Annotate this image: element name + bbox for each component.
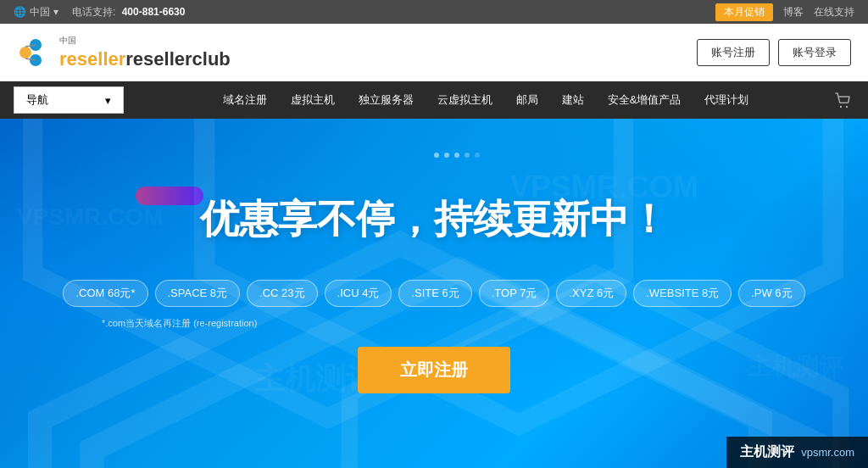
phone-label: 电话支持: 400-881-6630 bbox=[72, 5, 185, 20]
globe-icon: 🌐 bbox=[14, 6, 26, 18]
bottom-badge: 主机测评 vpsmr.com bbox=[726, 437, 868, 468]
domain-pill-space[interactable]: .SPACE 8元 bbox=[155, 280, 241, 307]
promo-button[interactable]: 本月促销 bbox=[715, 3, 773, 21]
domain-pill-pw[interactable]: .PW 6元 bbox=[738, 280, 804, 307]
cart-icon[interactable] bbox=[831, 88, 854, 112]
nav-item-dedicated[interactable]: 独立服务器 bbox=[348, 92, 424, 108]
svg-point-0 bbox=[19, 47, 31, 58]
domain-pill-cc[interactable]: .CC 23元 bbox=[247, 280, 317, 307]
nav-item-cloud[interactable]: 云虚拟主机 bbox=[427, 92, 503, 108]
domain-note: *.com当天域名再注册 (re-registration) bbox=[102, 317, 817, 330]
logo[interactable]: 中国 resellerresellerclub bbox=[17, 35, 231, 70]
cta-register-button[interactable]: 立即注册 bbox=[358, 347, 510, 393]
domain-pills: .COM 68元* .SPACE 8元 .CC 23元 .ICU 4元 .SIT… bbox=[51, 280, 817, 307]
header: 中国 resellerresellerclub 账号注册 账号登录 bbox=[0, 24, 868, 81]
domain-pill-website[interactable]: .WEBSITE 8元 bbox=[633, 280, 732, 307]
nav-item-security[interactable]: 安全&增值产品 bbox=[598, 92, 692, 108]
nav-dropdown[interactable]: 导航 ▾ bbox=[14, 86, 124, 114]
blog-link[interactable]: 博客 bbox=[783, 5, 804, 20]
region-selector[interactable]: 🌐 中国 ▾ bbox=[14, 5, 58, 20]
login-button[interactable]: 账号登录 bbox=[778, 39, 851, 66]
register-button[interactable]: 账号注册 bbox=[697, 39, 770, 66]
nav-items: 域名注册 虚拟主机 独立服务器 云虚拟主机 邮局 建站 安全&增值产品 代理计划 bbox=[141, 92, 831, 108]
nav-dropdown-chevron: ▾ bbox=[105, 94, 111, 107]
nav-item-vhost[interactable]: 虚拟主机 bbox=[281, 92, 345, 108]
logo-text-block: 中国 resellerresellerclub bbox=[59, 35, 231, 70]
nav-dropdown-label: 导航 bbox=[26, 92, 48, 108]
badge-url: vpsmr.com bbox=[801, 446, 854, 459]
top-bar: 🌐 中国 ▾ 电话支持: 400-881-6630 本月促销 博客 在线支持 bbox=[0, 0, 868, 24]
nav-item-domain[interactable]: 域名注册 bbox=[213, 92, 277, 108]
domain-pill-top[interactable]: .TOP 7元 bbox=[479, 280, 550, 307]
svg-point-5 bbox=[840, 106, 842, 108]
badge-title: 主机测评 bbox=[740, 443, 794, 461]
hero-banner: ⚙ ⚙ ⚙ VPSMR.COM 主机测评 VPSMR.COM 主机测评 优惠享不… bbox=[0, 119, 868, 468]
top-bar-right: 本月促销 博客 在线支持 bbox=[715, 3, 854, 21]
header-right: 账号注册 账号登录 bbox=[697, 39, 851, 66]
svg-marker-14 bbox=[204, 119, 833, 425]
nav-item-mail[interactable]: 邮局 bbox=[506, 92, 548, 108]
logo-cn-text: 中国 bbox=[59, 35, 231, 47]
support-link[interactable]: 在线支持 bbox=[814, 5, 854, 20]
domain-pill-com[interactable]: .COM 68元* bbox=[63, 280, 147, 307]
nav-item-reseller[interactable]: 代理计划 bbox=[694, 92, 759, 108]
region-label: 中国 bbox=[30, 5, 50, 20]
domain-pill-site[interactable]: .SITE 6元 bbox=[398, 280, 471, 307]
domain-pill-xyz[interactable]: .XYZ 6元 bbox=[556, 280, 626, 307]
svg-point-6 bbox=[846, 106, 848, 108]
logo-icon bbox=[17, 36, 53, 69]
hero-title: 优惠享不停，持续更新中！ bbox=[51, 193, 817, 246]
navbar: 导航 ▾ 域名注册 虚拟主机 独立服务器 云虚拟主机 邮局 建站 安全&增值产品… bbox=[0, 81, 868, 119]
nav-item-build[interactable]: 建站 bbox=[552, 92, 594, 108]
logo-main-text: resellerresellerclub bbox=[59, 48, 231, 70]
region-chevron: ▾ bbox=[53, 6, 58, 18]
domain-pill-icu[interactable]: .ICU 4元 bbox=[325, 280, 392, 307]
top-bar-left: 🌐 中国 ▾ 电话支持: 400-881-6630 bbox=[14, 5, 185, 20]
